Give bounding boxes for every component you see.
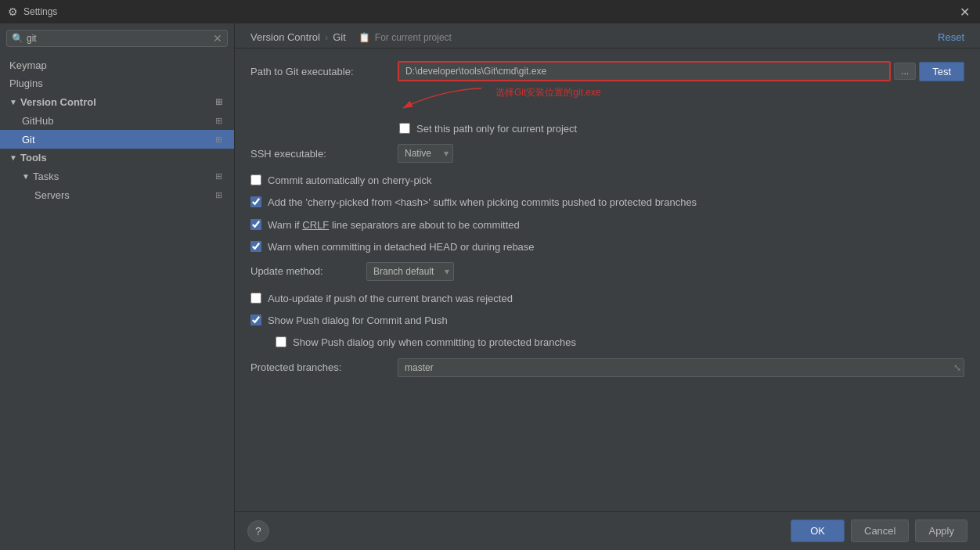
browse-button[interactable]: ... — [894, 63, 916, 80]
search-icon: 🔍 — [12, 33, 23, 44]
warn-detached-checkbox[interactable] — [250, 241, 261, 252]
search-input-wrapper[interactable]: 🔍 ✕ — [6, 30, 228, 47]
update-method-select[interactable]: Branch default Merge Rebase — [366, 262, 454, 281]
git-path-input[interactable] — [398, 61, 891, 81]
ssh-label: SSH executable: — [250, 148, 391, 160]
bottom-bar: ? OK Cancel Apply — [235, 511, 980, 550]
servers-actions: ⊞ — [212, 189, 225, 201]
git-path-row: Path to Git executable: ... Test — [250, 61, 964, 81]
tasks-action-icon[interactable]: ⊞ — [212, 170, 225, 182]
servers-label: Servers — [34, 189, 70, 201]
plugins-label: Plugins — [9, 77, 43, 89]
version-control-label: Version Control — [20, 96, 96, 108]
breadcrumb-separator: › — [325, 31, 328, 43]
tasks-arrow: ▼ — [22, 172, 30, 181]
show-push-label: Show Push dialog for Commit and Push — [268, 314, 448, 328]
tools-label: Tools — [20, 152, 47, 164]
ssh-select[interactable]: Native Built-in — [398, 144, 453, 163]
path-label: Path to Git executable: — [250, 66, 391, 77]
show-push-row: Show Push dialog for Commit and Push — [250, 314, 964, 328]
search-clear-icon[interactable]: ✕ — [213, 33, 222, 44]
sidebar: 🔍 ✕ Keymap Plugins ▼ Version Control ⊞ G… — [0, 23, 235, 550]
protected-input[interactable] — [398, 358, 964, 377]
version-control-action-icon[interactable]: ⊞ — [212, 95, 225, 108]
keymap-label: Keymap — [9, 59, 47, 71]
breadcrumb: Version Control › Git 📋 For current proj… — [250, 31, 452, 43]
title-bar-left: ⚙ Settings — [6, 5, 57, 18]
help-button[interactable]: ? — [247, 520, 269, 542]
cherry-pick-row: Commit automatically on cherry-pick — [250, 174, 964, 188]
cherry-pick-label: Commit automatically on cherry-pick — [268, 174, 432, 188]
show-push-protected-row: Show Push dialog only when committing to… — [250, 336, 964, 350]
git-path-wrapper: ... Test — [398, 61, 964, 81]
servers-action-icon[interactable]: ⊞ — [212, 189, 225, 201]
show-push-checkbox[interactable] — [250, 315, 261, 325]
reset-button[interactable]: Reset — [938, 31, 964, 43]
show-push-protected-label: Show Push dialog only when committing to… — [293, 336, 576, 350]
github-action-icon[interactable]: ⊞ — [212, 114, 225, 127]
apply-button[interactable]: Apply — [915, 519, 967, 542]
version-control-actions: ⊞ — [212, 95, 225, 108]
subtitle: For current project — [375, 32, 452, 43]
content: Version Control › Git 📋 For current proj… — [235, 23, 980, 550]
protected-branches-row: Protected branches: ⤡ — [250, 358, 964, 377]
tasks-actions: ⊞ — [212, 170, 225, 182]
tasks-label: Tasks — [33, 171, 59, 182]
search-input[interactable] — [27, 33, 210, 44]
cherry-pick-checkbox[interactable] — [250, 174, 261, 185]
window-title: Settings — [23, 6, 57, 17]
ssh-row: SSH executable: Native Built-in — [250, 144, 964, 163]
annotation-arrow — [395, 84, 489, 116]
ok-button[interactable]: OK — [791, 519, 845, 542]
sidebar-item-keymap[interactable]: Keymap — [0, 56, 234, 74]
close-button[interactable]: ✕ — [955, 2, 974, 21]
git-actions: ⊞ — [212, 133, 225, 146]
bottom-actions: OK Cancel Apply — [791, 519, 967, 542]
git-label: Git — [22, 134, 35, 146]
test-button[interactable]: Test — [919, 62, 964, 81]
annotation-text: 选择Git安装位置的git.exe — [495, 86, 601, 99]
breadcrumb-part2: Git — [333, 31, 346, 43]
sidebar-item-github[interactable]: GitHub ⊞ — [0, 111, 234, 130]
main-layout: 🔍 ✕ Keymap Plugins ▼ Version Control ⊞ G… — [0, 23, 980, 550]
sidebar-item-tasks[interactable]: ▼ Tasks ⊞ — [0, 167, 234, 185]
title-bar: ⚙ Settings ✕ — [0, 0, 980, 23]
sidebar-item-version-control[interactable]: ▼ Version Control ⊞ — [0, 92, 234, 111]
tools-arrow: ▼ — [9, 153, 17, 162]
warn-crlf-label: Warn if CRLF line separators are about t… — [268, 218, 520, 232]
content-body: Path to Git executable: ... Test — [235, 49, 980, 511]
protected-input-wrapper: ⤡ — [398, 358, 964, 377]
sidebar-item-tools[interactable]: ▼ Tools — [0, 149, 234, 167]
cancel-button[interactable]: Cancel — [851, 519, 909, 542]
content-header: Version Control › Git 📋 For current proj… — [235, 23, 980, 49]
set-path-checkbox[interactable] — [399, 123, 410, 134]
sidebar-item-servers[interactable]: Servers ⊞ — [0, 185, 234, 204]
warn-crlf-checkbox[interactable] — [250, 219, 261, 230]
sidebar-item-git[interactable]: Git ⊞ — [0, 130, 234, 149]
set-path-row: Set this path only for current project — [399, 122, 964, 136]
warn-crlf-row: Warn if CRLF line separators are about t… — [250, 218, 964, 232]
warn-detached-row: Warn when committing in detached HEAD or… — [250, 240, 964, 254]
expand-icon[interactable]: ⤡ — [953, 362, 961, 373]
git-action-icon[interactable]: ⊞ — [212, 133, 225, 146]
protected-label: Protected branches: — [250, 361, 391, 373]
breadcrumb-part1: Version Control — [250, 31, 320, 43]
auto-update-row: Auto-update if push of the current branc… — [250, 292, 964, 306]
update-method-row: Update method: Branch default Merge Reba… — [250, 262, 964, 281]
github-label: GitHub — [22, 115, 53, 127]
cherry-suffix-checkbox[interactable] — [250, 196, 261, 207]
search-bar: 🔍 ✕ — [0, 23, 234, 53]
sidebar-item-plugins[interactable]: Plugins — [0, 74, 234, 92]
auto-update-checkbox[interactable] — [250, 293, 261, 304]
github-actions: ⊞ — [212, 114, 225, 127]
update-select-wrapper: Branch default Merge Rebase — [366, 262, 454, 281]
settings-icon: ⚙ — [6, 5, 19, 18]
annotation-row: 选择Git安装位置的git.exe — [395, 84, 964, 116]
cherry-suffix-label: Add the 'cherry-picked from <hash>' suff… — [268, 196, 697, 210]
show-push-protected-checkbox[interactable] — [276, 336, 286, 347]
version-control-arrow: ▼ — [9, 98, 17, 106]
auto-update-label: Auto-update if push of the current branc… — [268, 292, 513, 306]
cherry-suffix-row: Add the 'cherry-picked from <hash>' suff… — [250, 196, 964, 210]
update-method-label: Update method: — [250, 265, 360, 277]
warn-detached-label: Warn when committing in detached HEAD or… — [268, 240, 535, 254]
